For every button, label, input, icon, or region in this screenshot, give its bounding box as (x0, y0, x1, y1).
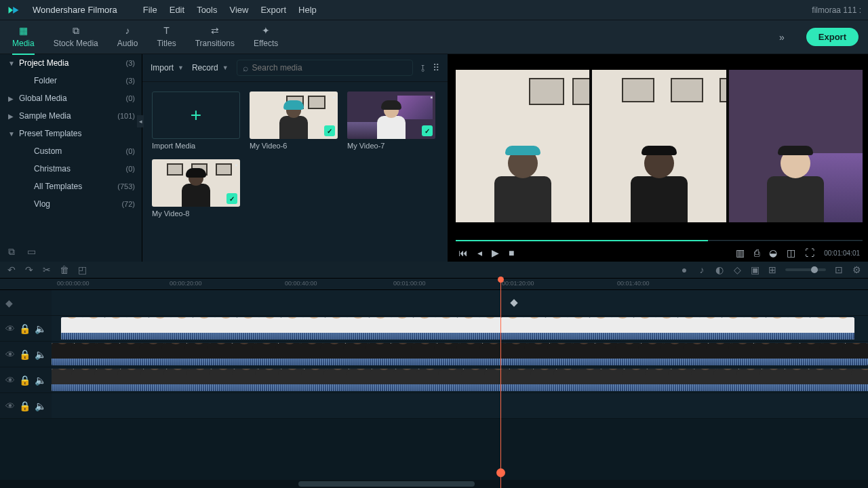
preview-scrubber[interactable] (456, 237, 863, 244)
playhead[interactable] (500, 278, 501, 488)
preview-viewport[interactable] (450, 54, 868, 237)
track-lane[interactable] (52, 316, 868, 341)
new-folder-icon[interactable]: ⧉ (8, 247, 15, 256)
tree-christmas[interactable]: Christmas(0) (0, 160, 142, 178)
module-tabs: ▦Media⧉Stock Media♪AudioTTitles⇄Transiti… (0, 20, 868, 54)
import-dropdown[interactable]: Import▼ (151, 63, 184, 73)
timeline-clip[interactable] (52, 369, 868, 391)
prev-frame-button[interactable]: ⏮ (458, 248, 468, 258)
track-head-icon[interactable]: 🔒 (19, 375, 31, 385)
track-head-icon[interactable]: 🔒 (19, 350, 31, 359)
redo-icon[interactable]: ↷ (24, 265, 34, 274)
track-head-icon[interactable]: 👁 (5, 401, 15, 411)
more-modules-icon[interactable]: » (776, 30, 787, 45)
fullscreen-icon[interactable]: ⛶ (805, 248, 814, 258)
import-media-card[interactable]: +Import Media (152, 92, 240, 150)
group-icon[interactable]: ⊞ (768, 265, 777, 274)
timeline-zoom-slider[interactable] (785, 268, 826, 271)
tab-stock-media[interactable]: ⧉Stock Media (54, 24, 98, 51)
search-input[interactable] (252, 63, 407, 73)
tab-media[interactable]: ▦Media (12, 24, 35, 51)
collapse-sidebar-icon[interactable]: ◂ (137, 115, 144, 127)
tab-transitions[interactable]: ⇄Transitions (195, 24, 235, 51)
fit-timeline-icon[interactable]: ⊡ (834, 265, 844, 274)
menu-help[interactable]: Help (298, 5, 317, 15)
tree-vlog[interactable]: Vlog(72) (0, 195, 142, 213)
track-head[interactable]: 👁🔒🔈 (0, 367, 52, 392)
cut-icon[interactable]: ✂ (42, 265, 52, 274)
timeline-scrollbar[interactable] (0, 480, 868, 488)
delete-icon[interactable]: 🗑 (60, 265, 69, 274)
folder-icon[interactable]: ▭ (27, 247, 36, 256)
tree-count: (0) (126, 165, 135, 173)
track-head-icon[interactable]: 🔒 (19, 401, 31, 411)
track-head[interactable]: ◆ (0, 290, 52, 315)
mix-icon[interactable]: ♪ (697, 265, 707, 274)
timeline-clip[interactable] (61, 317, 854, 340)
safe-zone-icon[interactable]: ◫ (787, 248, 795, 258)
export-button[interactable]: Export (806, 28, 859, 46)
menu-export[interactable]: Export (260, 5, 286, 15)
used-check-icon: ✓ (324, 125, 335, 136)
keyframe-icon[interactable] (510, 299, 517, 306)
track-head-icon[interactable]: 🔈 (35, 375, 46, 385)
track-head-icon[interactable]: 🔒 (19, 324, 31, 333)
track-head-icon[interactable]: 👁 (5, 324, 15, 333)
track-head-icon[interactable]: 🔈 (35, 401, 46, 411)
track-head-icon[interactable]: ◆ (5, 298, 13, 308)
snapshot-icon[interactable]: ⎙ (754, 248, 760, 258)
clip-audio-icon (61, 333, 854, 340)
quality-icon[interactable]: ▥ (736, 248, 745, 258)
ruler-tick: 00:00:40:00 (285, 280, 317, 287)
tree-folder[interactable]: Folder(3) (0, 72, 142, 89)
tree-sample-media[interactable]: ▶Sample Media(101) (0, 107, 142, 125)
tree-project-media[interactable]: ▼Project Media(3) (0, 54, 142, 72)
marker-icon[interactable]: ◒ (769, 248, 777, 258)
stop-button[interactable]: ■ (509, 248, 514, 258)
track-head[interactable]: 👁🔒🔈 (0, 393, 52, 418)
menu-file[interactable]: File (143, 5, 157, 15)
tree-preset-templates[interactable]: ▼Preset Templates (0, 125, 142, 142)
tree-global-media[interactable]: ▶Global Media(0) (0, 89, 142, 107)
track-head[interactable]: 👁🔒🔈 (0, 342, 52, 367)
grid-view-icon[interactable]: ⠿ (433, 63, 439, 73)
tab-titles[interactable]: TTitles (157, 24, 176, 51)
timeline-ruler[interactable]: 00:00:00:0000:00:20:0000:00:40:0000:01:0… (0, 278, 868, 290)
render-icon[interactable]: ▣ (750, 265, 760, 274)
undo-icon[interactable]: ↶ (7, 265, 16, 274)
adjust-icon[interactable]: ◐ (715, 265, 724, 274)
filter-icon[interactable]: ⫱ (421, 63, 425, 73)
record-vo-icon[interactable]: ● (679, 265, 689, 274)
step-back-button[interactable]: ◂ (477, 248, 482, 258)
track-head-icon[interactable]: 👁 (5, 375, 15, 385)
timeline-clip[interactable] (52, 343, 868, 365)
track-head-icon[interactable]: 👁 (5, 350, 15, 359)
preview-panel: ⏮ ◂ ▶ ■ ▥ ⎙ ◒ ◫ ⛶ 00:01:04:01 (448, 54, 868, 262)
track-lane[interactable] (52, 290, 868, 315)
record-dropdown[interactable]: Record▼ (192, 63, 229, 73)
clip-v8[interactable]: ▪✓My Video-8 (152, 159, 240, 218)
menu-tools[interactable]: Tools (197, 5, 217, 15)
track-head[interactable]: 👁🔒🔈 (0, 316, 52, 341)
tree-custom[interactable]: Custom(0) (0, 142, 142, 160)
menu-edit[interactable]: Edit (170, 5, 184, 15)
tree-count: (0) (126, 147, 135, 155)
record-label: Record (192, 63, 218, 73)
tab-audio[interactable]: ♪Audio (117, 24, 138, 51)
crop-icon[interactable]: ◰ (77, 265, 87, 274)
clip-v6[interactable]: ▪✓My Video-6 (250, 92, 338, 150)
menu-view[interactable]: View (229, 5, 248, 15)
titles-icon: T (160, 24, 174, 37)
track-lane[interactable] (52, 342, 868, 367)
marker2-icon[interactable]: ◇ (732, 265, 742, 274)
track-lane[interactable] (52, 367, 868, 392)
clip-v7[interactable]: ▪✓My Video-7 (347, 92, 435, 150)
settings-icon[interactable]: ⚙ (852, 265, 861, 274)
track-head-icon[interactable]: 🔈 (35, 350, 46, 359)
tree-all-templates[interactable]: All Templates(753) (0, 178, 142, 195)
play-button[interactable]: ▶ (492, 248, 499, 258)
track-head-icon[interactable]: 🔈 (35, 324, 46, 333)
tab-effects[interactable]: ✦Effects (254, 24, 278, 51)
track-lane[interactable] (52, 393, 868, 418)
search-media[interactable]: ⌕ (237, 60, 413, 76)
